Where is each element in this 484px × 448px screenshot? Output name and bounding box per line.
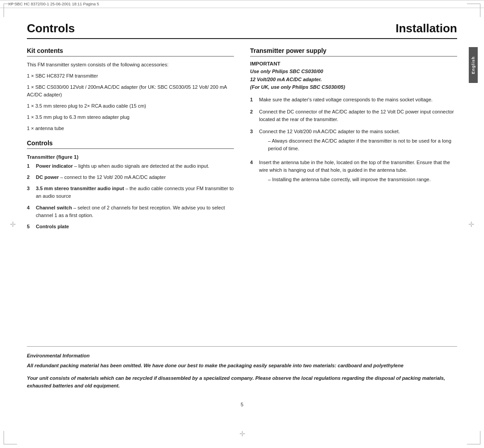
main-content: Controls Installation Kit contents This … [0, 8, 484, 421]
transmitter-figure-label: Transmitter (figure 1) [27, 154, 234, 160]
item-number: 3 [27, 185, 34, 200]
corner-decoration-bl [4, 431, 17, 444]
item-text: Power indicator – lights up when audio s… [36, 162, 209, 170]
item-text: Channel switch – select one of 2 channel… [36, 204, 234, 219]
step-number: 3 [250, 128, 257, 154]
item-bold: Power indicator [36, 163, 73, 169]
kit-item-1: 1 × SBC HC8372 FM transmitter [27, 72, 234, 80]
step-text: Connect the DC connector of the AC/DC ad… [259, 108, 457, 123]
col-right: English Transmitter power supply IMPORTA… [250, 47, 457, 333]
important-label: IMPORTANT [250, 61, 457, 66]
corner-decoration-tl [4, 4, 17, 17]
page-title-installation: Installation [396, 22, 457, 35]
important-line-2: 12 Volt/200 mA AC/DC adapter. [250, 77, 322, 82]
step-number: 4 [250, 159, 257, 185]
step-content: Connect the 12 Volt/200 mA AC/DC adapter… [259, 128, 457, 154]
env-header: Environmental Information [27, 353, 457, 358]
list-item: 2 DC power – connect to the 12 Volt/ 200… [27, 174, 234, 181]
controls-section-header: Controls [27, 139, 234, 149]
footer-area: Environmental Information All redundant … [27, 346, 457, 395]
kit-contents-intro: This FM transmitter system consists of t… [27, 61, 234, 69]
sub-bullet: Installing the antenna tube correctly, w… [259, 176, 457, 183]
item-bold: Channel switch [36, 205, 72, 210]
list-item: 4 Channel switch – select one of 2 chann… [27, 204, 234, 219]
page-wrapper: XP SBC HC 8372/00-1 25-06-2001 18:11 Pag… [0, 0, 484, 448]
step-text: Insert the antenna tube in the hole, loc… [259, 160, 450, 173]
list-item: 3 Connect the 12 Volt/200 mA AC/DC adapt… [250, 128, 457, 154]
cross-marker-left: ✛ [10, 220, 16, 228]
transmitter-power-header: Transmitter power supply [250, 47, 457, 57]
two-column-layout: Kit contents This FM transmitter system … [27, 47, 457, 333]
list-item: 4 Insert the antenna tube in the hole, l… [250, 159, 457, 185]
kit-item-4: 1 × 3.5 mm plug to 6.3 mm stereo adapter… [27, 113, 234, 121]
cross-marker-right: ✛ [468, 220, 474, 228]
list-item: 1 Power indicator – lights up when audio… [27, 162, 234, 170]
page-number: 5 [27, 402, 457, 407]
page-title-controls: Controls [27, 22, 75, 35]
list-item: 3 3.5 mm stereo transmitter audio input … [27, 185, 234, 200]
list-item: 1 Make sure the adapter's rated voltage … [250, 96, 457, 104]
item-number: 1 [27, 162, 34, 170]
item-bold: 3.5 mm stereo transmitter audio input [36, 186, 124, 191]
sub-bullet: Always disconnect the AC/DC adapter if t… [259, 137, 457, 152]
kit-item-3: 1 × 3.5 mm stereo plug to 2× RCA audio c… [27, 102, 234, 110]
item-bold: Controls plate [36, 224, 69, 229]
title-row: Controls Installation [27, 22, 457, 39]
installation-steps: 1 Make sure the adapter's rated voltage … [250, 96, 457, 185]
item-text: DC power – connect to the 12 Volt/ 200 m… [36, 174, 166, 181]
item-text: 3.5 mm stereo transmitter audio input – … [36, 185, 234, 200]
doc-header: XP SBC HC 8372/00-1 25-06-2001 18:11 Pag… [0, 0, 484, 8]
step-number: 2 [250, 108, 257, 123]
important-line-3: (For UK, use only Philips SBC CS030/05) [250, 84, 345, 90]
step-text: Connect the 12 Volt/200 mA AC/DC adapter… [259, 129, 400, 134]
item-number: 5 [27, 223, 34, 231]
item-text: Controls plate [36, 223, 69, 231]
step-number: 1 [250, 96, 257, 104]
step-text: Make sure the adapter's rated voltage co… [259, 96, 432, 104]
col-left: Kit contents This FM transmitter system … [27, 47, 234, 333]
cross-marker-bottom: ✛ [239, 430, 245, 438]
kit-item-2: 1 × SBC CS030/00 12Volt / 200mA AC/DC ad… [27, 83, 234, 99]
list-item: 5 Controls plate [27, 223, 234, 231]
important-line-1: Use only Philips SBC CS030/00 [250, 69, 323, 74]
env-text-1: All redundant packing material has been … [27, 362, 457, 370]
kit-contents-header: Kit contents [27, 47, 234, 57]
english-tab: English [469, 47, 478, 83]
step-content: Insert the antenna tube in the hole, loc… [259, 159, 457, 185]
controls-list: 1 Power indicator – lights up when audio… [27, 162, 234, 230]
english-tab-label: English [471, 56, 475, 74]
list-item: 2 Connect the DC connector of the AC/DC … [250, 108, 457, 123]
item-bold: DC power [36, 174, 59, 180]
item-number: 2 [27, 174, 34, 181]
corner-decoration-tr [467, 4, 480, 17]
kit-item-5: 1 × antenna tube [27, 125, 234, 132]
corner-decoration-br [467, 431, 480, 444]
important-text: Use only Philips SBC CS030/00 12 Volt/20… [250, 68, 457, 91]
item-number: 4 [27, 204, 34, 219]
doc-ref: XP SBC HC 8372/00-1 25-06-2001 18:11 Pag… [8, 2, 99, 6]
env-text-2: Your unit consists of materials which ca… [27, 374, 457, 390]
